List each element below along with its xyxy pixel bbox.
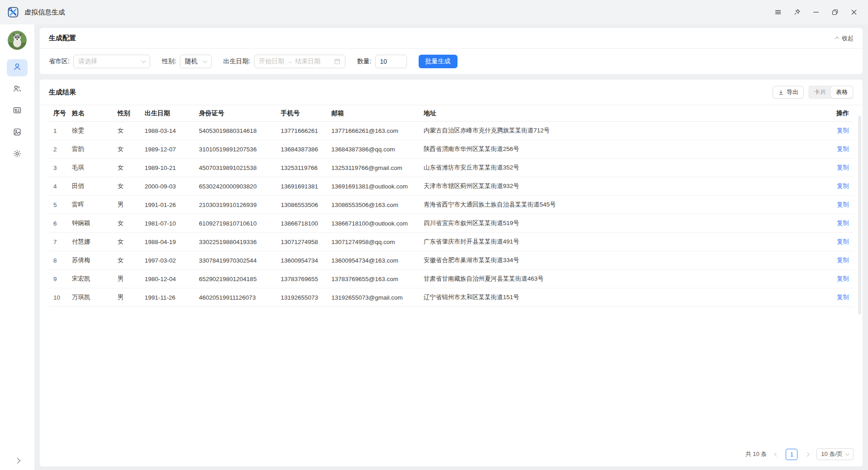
- copy-link[interactable]: 复制: [837, 275, 849, 282]
- cell-email: 13600954734@163.com: [331, 257, 424, 264]
- main-content: 生成配置 收起 省市区: 请选择 性别: 随机: [34, 24, 868, 470]
- cell-phone: 13253119766: [281, 164, 331, 171]
- config-panel-title: 生成配置: [49, 34, 76, 42]
- birth-date-range-picker[interactable]: 开始日期 → 结束日期: [254, 55, 345, 68]
- cell-id-number: 33078419970302544: [199, 257, 281, 264]
- results-panel: 生成结果 导出 卡片 表格: [40, 80, 863, 466]
- chevron-up-icon: [835, 37, 840, 41]
- prev-page-button[interactable]: [771, 449, 781, 460]
- sidebar-item-settings[interactable]: [7, 146, 28, 163]
- window-controls: [769, 4, 863, 21]
- pin-icon[interactable]: [788, 4, 807, 21]
- gender-value: 随机: [185, 57, 198, 66]
- titlebar: 虚拟信息生成: [0, 0, 868, 24]
- sidebar-item-photo[interactable]: [7, 124, 28, 141]
- sidebar-item-contacts[interactable]: [7, 81, 28, 98]
- table-row: 4 田俏 女 2000-09-03 65302420000903820 1369…: [49, 177, 854, 196]
- birth-date-label: 出生日期:: [223, 57, 250, 66]
- chevron-right-icon: [805, 452, 809, 456]
- quantity-input[interactable]: [375, 55, 407, 68]
- cell-email: 13771666261@163.com: [331, 127, 424, 134]
- chevron-left-icon: [774, 452, 778, 456]
- table-row: 6 钟娴颖 女 1981-07-10 61092719810710610 138…: [49, 214, 854, 233]
- sidebar-item-id-card[interactable]: [7, 103, 28, 120]
- col-header-action: 操作: [821, 109, 854, 118]
- page-size-select[interactable]: 10 条/页: [816, 448, 854, 460]
- cell-gender: 女: [118, 164, 145, 172]
- gear-icon: [13, 149, 22, 160]
- cell-index: 10: [49, 294, 72, 301]
- region-select[interactable]: 请选择: [73, 55, 150, 68]
- cell-name: 钟娴颖: [72, 219, 118, 227]
- region-placeholder: 请选择: [78, 57, 97, 66]
- view-toggle-card[interactable]: 卡片: [809, 86, 831, 98]
- vertical-scrollbar[interactable]: [858, 116, 861, 315]
- copy-link[interactable]: 复制: [837, 146, 849, 152]
- batch-generate-button[interactable]: 批量生成: [419, 55, 458, 68]
- cell-index: 8: [49, 257, 72, 264]
- cell-id-number: 61092719810710610: [199, 220, 281, 227]
- cell-id-number: 46020519911126073: [199, 294, 281, 301]
- gender-select[interactable]: 随机: [180, 55, 212, 68]
- sidebar-expand-button[interactable]: [0, 459, 34, 463]
- cell-address: 甘肃省甘南藏族自治州夏河县某某街道463号: [424, 275, 821, 283]
- cell-address: 天津市市辖区蓟州区某某街道932号: [424, 182, 821, 190]
- cell-index: 2: [49, 146, 72, 153]
- date-range-arrow-icon: →: [287, 58, 292, 65]
- next-page-button[interactable]: [802, 449, 812, 460]
- users-icon: [13, 84, 22, 95]
- collapse-button[interactable]: 收起: [835, 34, 854, 42]
- cell-birth-date: 1989-10-21: [145, 164, 199, 171]
- sidebar: [0, 24, 34, 470]
- cell-birth-date: 1988-03-14: [145, 127, 199, 134]
- results-table: 序号 姓名 性别 出生日期 身份证号 手机号 邮箱 地址 操作 1 徐雯 女 1…: [40, 105, 863, 307]
- hamburger-menu-icon[interactable]: [769, 4, 788, 21]
- copy-link[interactable]: 复制: [837, 164, 849, 171]
- copy-link[interactable]: 复制: [837, 220, 849, 226]
- col-header-name: 姓名: [72, 109, 118, 118]
- cell-gender: 女: [118, 219, 145, 227]
- copy-link[interactable]: 复制: [837, 201, 849, 208]
- cell-name: 毛琪: [72, 164, 118, 172]
- cell-phone: 13691691381: [281, 183, 331, 190]
- copy-link[interactable]: 复制: [837, 257, 849, 263]
- cell-index: 3: [49, 164, 72, 171]
- copy-link[interactable]: 复制: [837, 294, 849, 301]
- export-label: 导出: [787, 88, 798, 96]
- cell-address: 广东省肇庆市封开县某某街道491号: [424, 238, 821, 246]
- cell-phone: 13866718100: [281, 220, 331, 227]
- copy-link[interactable]: 复制: [837, 238, 849, 245]
- cell-phone: 13783769655: [281, 276, 331, 282]
- cell-name: 宋宏凯: [72, 275, 118, 283]
- close-icon[interactable]: [844, 4, 863, 21]
- app-title: 虚拟信息生成: [24, 8, 65, 17]
- cell-name: 雷韵: [72, 145, 118, 153]
- export-button[interactable]: 导出: [773, 86, 804, 99]
- cell-gender: 女: [118, 127, 145, 135]
- maximize-icon[interactable]: [826, 4, 844, 21]
- cell-address: 青海省西宁市大通回族土族自治县某某街道545号: [424, 201, 821, 209]
- col-header-address: 地址: [424, 109, 821, 118]
- image-icon: [13, 127, 22, 138]
- col-header-id-number: 身份证号: [199, 109, 281, 118]
- cell-email: 13071274958@qq.com: [331, 239, 424, 245]
- download-icon: [778, 89, 784, 95]
- cell-address: 内蒙古自治区赤峰市克什克腾旗某某街道712号: [424, 127, 821, 135]
- cell-id-number: 45070319891021538: [199, 164, 281, 171]
- cell-name: 万琪凯: [72, 293, 118, 301]
- collapse-label: 收起: [842, 34, 854, 42]
- user-avatar[interactable]: [8, 31, 27, 50]
- cell-phone: 13086553506: [281, 202, 331, 208]
- copy-link[interactable]: 复制: [837, 127, 849, 134]
- copy-link[interactable]: 复制: [837, 183, 849, 189]
- cell-email: 13086553506@163.com: [331, 202, 424, 208]
- col-header-phone: 手机号: [281, 109, 331, 118]
- cell-email: 13253119766@gmail.com: [331, 164, 424, 171]
- sidebar-item-person-info[interactable]: [7, 59, 28, 76]
- current-page-button[interactable]: 1: [786, 449, 797, 460]
- view-toggle-table[interactable]: 表格: [831, 86, 853, 98]
- cell-id-number: 21030319910126939: [199, 202, 281, 208]
- table-row: 10 万琪凯 男 1991-11-26 46020519911126073 13…: [49, 288, 854, 307]
- minimize-icon[interactable]: [807, 4, 826, 21]
- end-date-placeholder: 结束日期: [295, 57, 321, 66]
